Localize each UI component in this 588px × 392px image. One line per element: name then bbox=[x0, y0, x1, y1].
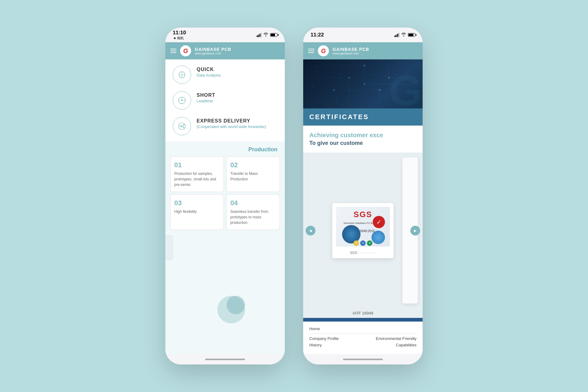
prod-card-04: 04 Seamless transfer from prototypes to … bbox=[226, 194, 280, 230]
features-section: QUICK Data Analysis bbox=[165, 59, 285, 141]
circle-decor-2 bbox=[227, 296, 245, 314]
feature-short: SHORT Leadtime bbox=[173, 91, 277, 110]
footer-row-company: Company Profile Environmental Friendly bbox=[309, 336, 417, 341]
svg-point-36 bbox=[364, 83, 365, 85]
svg-point-46 bbox=[370, 74, 371, 75]
phone1-content: QUICK Data Analysis bbox=[165, 59, 285, 354]
svg-point-55 bbox=[413, 96, 414, 97]
footer-home[interactable]: Home bbox=[309, 326, 320, 331]
left-deco bbox=[165, 236, 173, 260]
home-indicator-2 bbox=[303, 354, 423, 364]
battery-icon bbox=[270, 33, 277, 37]
cert-label: IATF 16949 bbox=[303, 308, 423, 318]
status-icons-2 bbox=[394, 32, 416, 38]
plane-icon bbox=[173, 117, 191, 135]
cert-logo-area: SGS Shenzhen Gainbase P.C.B. Co., Ltd ✓ … bbox=[336, 207, 390, 247]
svg-point-44 bbox=[339, 74, 341, 75]
footer-company-profile[interactable]: Company Profile bbox=[309, 336, 339, 341]
signal-icon bbox=[257, 33, 262, 37]
menu-icon-2[interactable] bbox=[308, 49, 314, 53]
prod-card-02: 02 Transfer to Mass Production bbox=[226, 156, 280, 192]
carousel-left-arrow[interactable]: ◄ bbox=[306, 226, 315, 236]
svg-point-53 bbox=[355, 96, 356, 97]
sgs-logo: SGS bbox=[354, 210, 372, 219]
prod-num-02: 02 bbox=[230, 161, 276, 169]
svg-point-47 bbox=[383, 68, 383, 69]
svg-rect-0 bbox=[179, 72, 184, 77]
prod-num-01: 01 bbox=[174, 161, 220, 169]
header-text-1: GAINBASE PCB www.gainbase.com bbox=[195, 47, 231, 55]
status-bar-1: 11:10 ◄ 相机 bbox=[165, 28, 285, 42]
footer-capabilities[interactable]: Capabilities bbox=[396, 343, 417, 347]
signal-icon-2 bbox=[394, 33, 400, 37]
svg-point-42 bbox=[315, 71, 316, 72]
svg-point-43 bbox=[327, 68, 328, 69]
logo-g-2: G bbox=[321, 47, 326, 55]
svg-point-52 bbox=[336, 99, 337, 100]
prod-desc-02: Transfer to Mass Production bbox=[230, 171, 276, 182]
footer-links: Home Company Profile Environmental Frien… bbox=[303, 322, 423, 354]
svg-text:G: G bbox=[389, 66, 422, 108]
svg-point-50 bbox=[312, 86, 313, 88]
feature-short-title: SHORT bbox=[197, 92, 215, 98]
carousel-right-arrow[interactable]: ► bbox=[410, 226, 420, 236]
production-title: Production bbox=[170, 146, 280, 153]
circuit-icon bbox=[173, 66, 191, 84]
feature-quick-text: QUICK Data Analysis bbox=[197, 66, 221, 77]
tagline-section: Achieving customer exce To give our cust… bbox=[303, 126, 423, 153]
cert-check-icon: ✓ bbox=[373, 216, 385, 228]
cert-globe-right bbox=[371, 231, 385, 244]
hero-image: G bbox=[303, 59, 423, 108]
svg-point-22 bbox=[179, 100, 179, 101]
svg-point-37 bbox=[348, 77, 350, 79]
header-url-1: www.gainbase.com bbox=[195, 52, 231, 55]
prod-desc-04: Seamless transfer from prototypes to mas… bbox=[230, 209, 276, 225]
footer-history[interactable]: History bbox=[309, 343, 322, 347]
status-time-2: 11:22 bbox=[311, 32, 324, 38]
certs-banner: CERTIFICATES bbox=[303, 108, 423, 126]
cert-card: SGS Shenzhen Gainbase P.C.B. Co., Ltd ✓ … bbox=[332, 203, 394, 258]
header-brand-2: GAINBASE PCB bbox=[333, 47, 369, 52]
svg-point-40 bbox=[333, 89, 335, 91]
feature-express-title: EXPRESS DELIVERY bbox=[197, 118, 266, 124]
home-indicator-1 bbox=[165, 354, 285, 364]
cert-bottom-label: SGS · · · · · · · · · · bbox=[350, 251, 376, 254]
footer-divider-1 bbox=[309, 334, 417, 334]
feature-express: EXPRESS DELIVERY (Cooperated with world … bbox=[173, 117, 277, 135]
svg-point-48 bbox=[394, 74, 396, 75]
phone2-content: G CERTIFICATES Achieving customer exce bbox=[303, 59, 423, 354]
header-url-2: www.gainbase.com bbox=[333, 52, 369, 55]
logo-circle-1: G bbox=[180, 45, 191, 56]
tagline2: To give our custome bbox=[309, 140, 417, 146]
svg-point-35 bbox=[364, 65, 365, 66]
prod-desc-01: Production for samples, prototypes, smal… bbox=[174, 171, 220, 187]
feature-short-text: SHORT Leadtime bbox=[197, 91, 215, 103]
svg-point-49 bbox=[407, 65, 408, 66]
prod-card-03: 03 High flexibility bbox=[170, 194, 224, 230]
clock-icon bbox=[173, 91, 191, 110]
logo-g-1: G bbox=[183, 47, 188, 55]
battery-icon-2 bbox=[408, 33, 415, 37]
menu-icon-1[interactable] bbox=[170, 49, 176, 53]
footer-env-friendly[interactable]: Environmental Friendly bbox=[376, 336, 417, 341]
svg-point-54 bbox=[398, 89, 399, 91]
home-bar-1 bbox=[205, 359, 245, 360]
status-icons-1 bbox=[257, 32, 278, 37]
certs-title: CERTIFICATES bbox=[309, 113, 369, 121]
svg-point-19 bbox=[182, 97, 182, 98]
header-bar-2: G GAINBASE PCB www.gainbase.com bbox=[303, 42, 423, 59]
feature-quick: QUICK Data Analysis bbox=[173, 66, 277, 84]
production-section: Production 01 Production for samples, pr… bbox=[165, 141, 285, 354]
feature-express-desc: (Cooperated with world wide forwarder) bbox=[197, 124, 266, 129]
header-bar-1: G GAINBASE PCB www.gainbase.com bbox=[165, 42, 285, 59]
cert-carousel: ◄ SGS Shenzhen Gainbase P.C.B. Co., Ltd … bbox=[303, 153, 423, 308]
phone-2: 11:22 bbox=[303, 28, 423, 364]
status-bar-2: 11:22 bbox=[303, 28, 423, 42]
svg-point-18 bbox=[182, 100, 183, 101]
blue-bar bbox=[303, 318, 423, 322]
svg-point-20 bbox=[185, 100, 185, 101]
home-bar-2 bbox=[343, 359, 383, 360]
prod-card-01: 01 Production for samples, prototypes, s… bbox=[170, 156, 224, 192]
feature-express-text: EXPRESS DELIVERY (Cooperated with world … bbox=[197, 117, 266, 129]
prod-desc-03: High flexibility bbox=[174, 209, 220, 214]
